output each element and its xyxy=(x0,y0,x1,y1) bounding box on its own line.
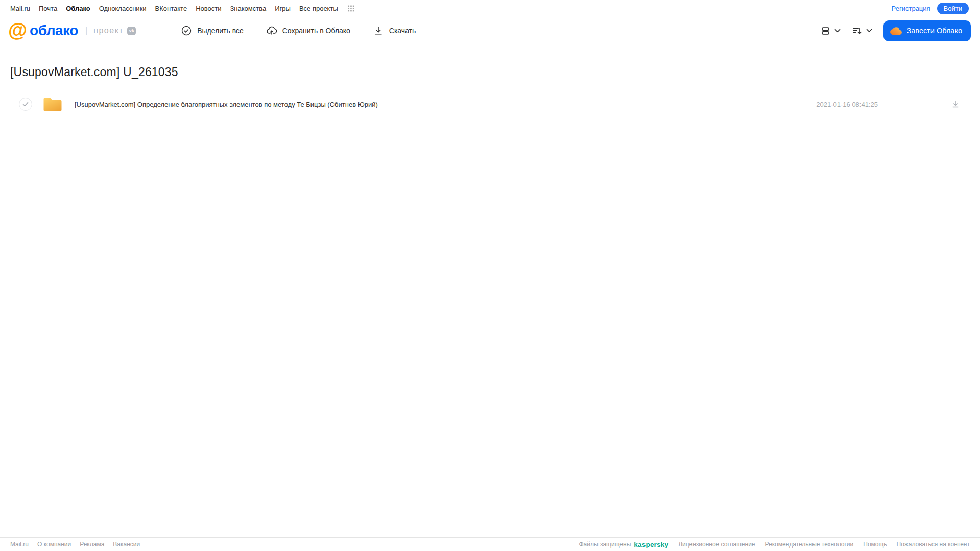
cloud-logo[interactable]: @ облако xyxy=(8,21,78,40)
nav-item-games[interactable]: Игры xyxy=(275,5,291,12)
save-to-cloud-button[interactable]: Сохранить в Облако xyxy=(266,25,350,36)
footer-link-report[interactable]: Пожаловаться на контент xyxy=(897,541,970,548)
get-cloud-label: Завести Облако xyxy=(907,27,962,35)
cloud-orange-icon xyxy=(890,25,902,37)
nav-item-news[interactable]: Новости xyxy=(196,5,221,12)
chevron-down-icon xyxy=(866,29,872,33)
toolbar-actions: Выделить все Сохранить в Облако Скачать xyxy=(181,25,416,36)
view-mode-selector[interactable] xyxy=(818,23,843,38)
select-all-label: Выделить все xyxy=(197,27,244,35)
row-checkbox[interactable] xyxy=(19,98,32,111)
nav-item-mailru[interactable]: Mail.ru xyxy=(10,5,30,12)
kaspersky-protection: Файлы защищены kaspersky xyxy=(579,541,668,548)
folder-icon xyxy=(43,97,62,112)
file-row-meta: 2021-01-16 08:41:25 xyxy=(816,100,967,109)
apps-grid-icon[interactable] xyxy=(348,5,354,12)
nav-item-cloud[interactable]: Облако xyxy=(66,5,90,12)
footer-link-ads[interactable]: Реклама xyxy=(80,541,104,548)
portal-nav: Mail.ru Почта Облако Одноклассники ВКонт… xyxy=(0,0,980,16)
sort-icon xyxy=(852,26,863,36)
check-circle-icon xyxy=(181,25,192,36)
file-date: 2021-01-16 08:41:25 xyxy=(816,101,878,108)
mailru-at-icon: @ xyxy=(8,20,27,40)
project-label-text: проект xyxy=(93,26,124,35)
file-name[interactable]: [UsupovMarket.com] Определение благоприя… xyxy=(75,101,378,108)
download-label: Скачать xyxy=(389,27,416,35)
footer-link-recommendations[interactable]: Рекомендательные технологии xyxy=(765,541,854,548)
cloud-toolbar: @ облако | проект vk Выделить все Сохран… xyxy=(0,16,980,45)
logo-divider: | xyxy=(85,26,87,36)
page-title: [UsupovMarket.com] U_261035 xyxy=(10,65,970,79)
portal-nav-right: Регистрация Войти xyxy=(892,3,969,14)
get-cloud-button[interactable]: Завести Облако xyxy=(883,20,971,41)
login-button[interactable]: Войти xyxy=(937,3,969,14)
footer: Mail.ru О компании Реклама Вакансии Файл… xyxy=(0,537,980,551)
select-all-button[interactable]: Выделить все xyxy=(181,25,244,36)
footer-link-license[interactable]: Лицензионное соглашение xyxy=(678,541,755,548)
cloud-logo-text: облако xyxy=(30,22,78,39)
vk-project-label: проект vk xyxy=(93,26,136,35)
nav-item-all-projects[interactable]: Все проекты xyxy=(299,5,338,12)
download-icon xyxy=(373,25,384,36)
footer-link-mailru[interactable]: Mail.ru xyxy=(10,541,29,548)
sort-selector[interactable] xyxy=(850,23,874,38)
footer-link-about[interactable]: О компании xyxy=(37,541,71,548)
list-view-icon xyxy=(820,26,831,36)
row-download-icon[interactable] xyxy=(951,100,960,109)
nav-item-mail[interactable]: Почта xyxy=(39,5,57,12)
protected-label: Файлы защищены xyxy=(579,541,631,548)
nav-item-vkontakte[interactable]: ВКонтакте xyxy=(155,5,187,12)
cloud-upload-icon xyxy=(266,25,277,36)
nav-item-dating[interactable]: Знакомства xyxy=(230,5,266,12)
download-button[interactable]: Скачать xyxy=(373,25,416,36)
toolbar-right: Завести Облако xyxy=(818,20,971,41)
save-to-cloud-label: Сохранить в Облако xyxy=(282,27,350,35)
chevron-down-icon xyxy=(834,29,841,33)
registration-link[interactable]: Регистрация xyxy=(892,5,930,12)
nav-item-odnoklassniki[interactable]: Одноклассники xyxy=(99,5,147,12)
footer-left-links: Mail.ru О компании Реклама Вакансии xyxy=(10,541,140,548)
kaspersky-logo[interactable]: kaspersky xyxy=(634,541,668,548)
footer-link-help[interactable]: Помощь xyxy=(863,541,887,548)
file-row[interactable]: [UsupovMarket.com] Определение благоприя… xyxy=(10,92,970,116)
vk-icon: vk xyxy=(127,27,136,35)
footer-right-links: Файлы защищены kaspersky Лицензионное со… xyxy=(579,541,970,548)
main-content: [UsupovMarket.com] U_261035 [UsupovMarke… xyxy=(0,65,980,116)
portal-nav-links: Mail.ru Почта Облако Одноклассники ВКонт… xyxy=(10,5,354,12)
footer-link-jobs[interactable]: Вакансии xyxy=(113,541,140,548)
